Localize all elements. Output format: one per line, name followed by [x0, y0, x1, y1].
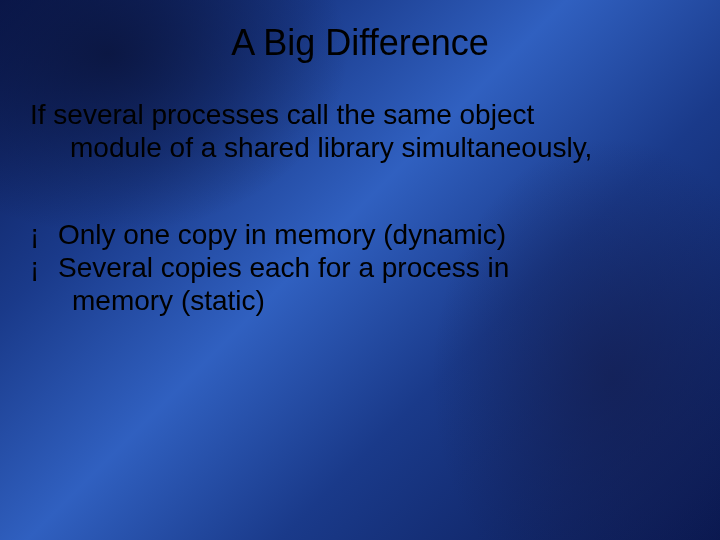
bullet-item: Only one copy in memory (dynamic) — [30, 218, 690, 251]
intro-paragraph: If several processes call the same objec… — [30, 98, 690, 164]
intro-line-1: If several processes call the same objec… — [30, 99, 534, 130]
bullet-text-line-2: memory (static) — [58, 284, 690, 317]
bullet-text-line-1: Only one copy in memory (dynamic) — [58, 219, 506, 250]
slide-title: A Big Difference — [30, 22, 690, 64]
bullet-item: Several copies each for a process in mem… — [30, 251, 690, 317]
bullet-text-line-1: Several copies each for a process in — [58, 252, 509, 283]
intro-line-2: module of a shared library simultaneousl… — [30, 131, 690, 164]
bullet-list: Only one copy in memory (dynamic) Severa… — [30, 218, 690, 317]
slide: A Big Difference If several processes ca… — [0, 0, 720, 540]
